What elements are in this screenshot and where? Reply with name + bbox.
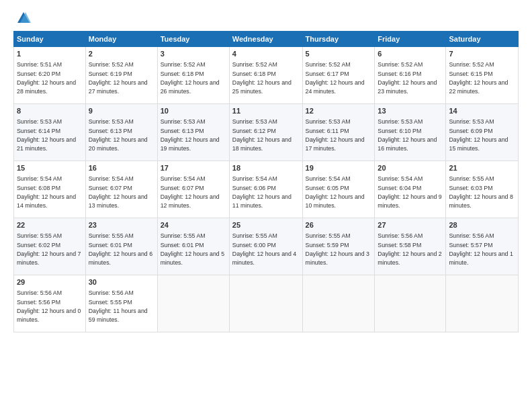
week-row-3: 15Sunrise: 5:54 AMSunset: 6:08 PMDayligh… bbox=[14, 161, 519, 218]
calendar-cell: 20Sunrise: 5:54 AMSunset: 6:04 PMDayligh… bbox=[375, 161, 446, 218]
day-number: 22 bbox=[17, 220, 83, 230]
calendar-cell: 12Sunrise: 5:53 AMSunset: 6:11 PMDayligh… bbox=[302, 104, 375, 161]
cell-info: Sunrise: 5:56 AMSunset: 5:55 PMDaylight:… bbox=[89, 289, 148, 323]
calendar-table: SundayMondayTuesdayWednesdayThursdayFrid… bbox=[13, 31, 519, 332]
calendar-cell: 7Sunrise: 5:52 AMSunset: 6:15 PMDaylight… bbox=[446, 47, 519, 104]
cell-info: Sunrise: 5:56 AMSunset: 5:57 PMDaylight:… bbox=[449, 232, 513, 266]
cell-info: Sunrise: 5:54 AMSunset: 6:07 PMDaylight:… bbox=[161, 175, 220, 209]
cell-info: Sunrise: 5:53 AMSunset: 6:13 PMDaylight:… bbox=[89, 118, 148, 152]
cell-info: Sunrise: 5:52 AMSunset: 6:18 PMDaylight:… bbox=[161, 61, 220, 95]
day-number: 2 bbox=[89, 49, 154, 59]
calendar-cell: 29Sunrise: 5:56 AMSunset: 5:56 PMDayligh… bbox=[14, 275, 86, 332]
cell-info: Sunrise: 5:56 AMSunset: 5:56 PMDaylight:… bbox=[17, 289, 81, 323]
day-number: 1 bbox=[17, 49, 83, 59]
calendar-cell: 9Sunrise: 5:53 AMSunset: 6:13 PMDaylight… bbox=[85, 104, 157, 161]
day-number: 5 bbox=[306, 49, 372, 59]
calendar-cell: 23Sunrise: 5:55 AMSunset: 6:01 PMDayligh… bbox=[85, 218, 157, 275]
calendar-cell bbox=[446, 275, 519, 332]
week-row-4: 22Sunrise: 5:55 AMSunset: 6:02 PMDayligh… bbox=[14, 218, 519, 275]
day-number: 9 bbox=[89, 106, 154, 116]
day-number: 24 bbox=[161, 220, 226, 230]
calendar-cell: 14Sunrise: 5:53 AMSunset: 6:09 PMDayligh… bbox=[446, 104, 519, 161]
day-number: 18 bbox=[232, 163, 300, 173]
logo-icon bbox=[16, 11, 31, 26]
week-row-2: 8Sunrise: 5:53 AMSunset: 6:14 PMDaylight… bbox=[14, 104, 519, 161]
day-number: 26 bbox=[306, 220, 372, 230]
day-number: 14 bbox=[449, 106, 515, 116]
cell-info: Sunrise: 5:52 AMSunset: 6:17 PMDaylight:… bbox=[306, 61, 365, 95]
logo bbox=[13, 11, 31, 26]
calendar-cell: 2Sunrise: 5:52 AMSunset: 6:19 PMDaylight… bbox=[85, 47, 157, 104]
cell-info: Sunrise: 5:55 AMSunset: 6:02 PMDaylight:… bbox=[17, 232, 81, 266]
calendar-cell: 5Sunrise: 5:52 AMSunset: 6:17 PMDaylight… bbox=[302, 47, 375, 104]
cell-info: Sunrise: 5:55 AMSunset: 6:03 PMDaylight:… bbox=[449, 175, 513, 209]
calendar-cell: 21Sunrise: 5:55 AMSunset: 6:03 PMDayligh… bbox=[446, 161, 519, 218]
calendar-cell: 22Sunrise: 5:55 AMSunset: 6:02 PMDayligh… bbox=[14, 218, 86, 275]
day-number: 21 bbox=[449, 163, 515, 173]
day-number: 23 bbox=[89, 220, 154, 230]
calendar-cell: 27Sunrise: 5:56 AMSunset: 5:58 PMDayligh… bbox=[375, 218, 446, 275]
weekday-header-saturday: Saturday bbox=[446, 32, 519, 47]
header bbox=[13, 11, 519, 26]
week-row-5: 29Sunrise: 5:56 AMSunset: 5:56 PMDayligh… bbox=[14, 275, 519, 332]
calendar-cell: 8Sunrise: 5:53 AMSunset: 6:14 PMDaylight… bbox=[14, 104, 86, 161]
day-number: 11 bbox=[232, 106, 300, 116]
cell-info: Sunrise: 5:52 AMSunset: 6:19 PMDaylight:… bbox=[89, 61, 148, 95]
calendar-cell: 25Sunrise: 5:55 AMSunset: 6:00 PMDayligh… bbox=[229, 218, 302, 275]
cell-info: Sunrise: 5:55 AMSunset: 6:01 PMDaylight:… bbox=[89, 232, 152, 266]
cell-info: Sunrise: 5:54 AMSunset: 6:06 PMDaylight:… bbox=[232, 175, 292, 209]
calendar-cell: 4Sunrise: 5:52 AMSunset: 6:18 PMDaylight… bbox=[229, 47, 302, 104]
cell-info: Sunrise: 5:55 AMSunset: 6:00 PMDaylight:… bbox=[232, 232, 296, 266]
calendar-cell: 18Sunrise: 5:54 AMSunset: 6:06 PMDayligh… bbox=[229, 161, 302, 218]
calendar-cell: 17Sunrise: 5:54 AMSunset: 6:07 PMDayligh… bbox=[157, 161, 229, 218]
cell-info: Sunrise: 5:52 AMSunset: 6:18 PMDaylight:… bbox=[232, 61, 292, 95]
weekday-header-friday: Friday bbox=[375, 32, 446, 47]
calendar-cell bbox=[157, 275, 229, 332]
weekday-header-thursday: Thursday bbox=[302, 32, 375, 47]
week-row-1: 1Sunrise: 5:51 AMSunset: 6:20 PMDaylight… bbox=[14, 47, 519, 104]
day-number: 25 bbox=[232, 220, 300, 230]
calendar-cell: 15Sunrise: 5:54 AMSunset: 6:08 PMDayligh… bbox=[14, 161, 86, 218]
cell-info: Sunrise: 5:53 AMSunset: 6:10 PMDaylight:… bbox=[378, 118, 437, 152]
day-number: 8 bbox=[17, 106, 83, 116]
cell-info: Sunrise: 5:53 AMSunset: 6:11 PMDaylight:… bbox=[306, 118, 365, 152]
cell-info: Sunrise: 5:55 AMSunset: 6:01 PMDaylight:… bbox=[161, 232, 224, 266]
calendar-cell: 16Sunrise: 5:54 AMSunset: 6:07 PMDayligh… bbox=[85, 161, 157, 218]
calendar-cell: 26Sunrise: 5:55 AMSunset: 5:59 PMDayligh… bbox=[302, 218, 375, 275]
day-number: 6 bbox=[378, 49, 443, 59]
weekday-header-sunday: Sunday bbox=[14, 32, 86, 47]
calendar-cell: 13Sunrise: 5:53 AMSunset: 6:10 PMDayligh… bbox=[375, 104, 446, 161]
weekday-header-row: SundayMondayTuesdayWednesdayThursdayFrid… bbox=[14, 32, 519, 47]
cell-info: Sunrise: 5:56 AMSunset: 5:58 PMDaylight:… bbox=[378, 232, 441, 266]
cell-info: Sunrise: 5:53 AMSunset: 6:14 PMDaylight:… bbox=[17, 118, 76, 152]
day-number: 30 bbox=[89, 277, 154, 287]
day-number: 10 bbox=[161, 106, 226, 116]
day-number: 29 bbox=[17, 277, 83, 287]
calendar-cell: 6Sunrise: 5:52 AMSunset: 6:16 PMDaylight… bbox=[375, 47, 446, 104]
weekday-header-wednesday: Wednesday bbox=[229, 32, 302, 47]
cell-info: Sunrise: 5:54 AMSunset: 6:04 PMDaylight:… bbox=[378, 175, 441, 209]
weekday-header-tuesday: Tuesday bbox=[157, 32, 229, 47]
cell-info: Sunrise: 5:54 AMSunset: 6:07 PMDaylight:… bbox=[89, 175, 148, 209]
day-number: 20 bbox=[378, 163, 443, 173]
cell-info: Sunrise: 5:53 AMSunset: 6:13 PMDaylight:… bbox=[161, 118, 220, 152]
calendar-cell: 19Sunrise: 5:54 AMSunset: 6:05 PMDayligh… bbox=[302, 161, 375, 218]
cell-info: Sunrise: 5:51 AMSunset: 6:20 PMDaylight:… bbox=[17, 61, 76, 95]
calendar-cell bbox=[302, 275, 375, 332]
calendar-page: SundayMondayTuesdayWednesdayThursdayFrid… bbox=[0, 0, 532, 411]
day-number: 3 bbox=[161, 49, 226, 59]
calendar-cell bbox=[229, 275, 302, 332]
day-number: 12 bbox=[306, 106, 372, 116]
calendar-cell: 1Sunrise: 5:51 AMSunset: 6:20 PMDaylight… bbox=[14, 47, 86, 104]
day-number: 16 bbox=[89, 163, 154, 173]
cell-info: Sunrise: 5:54 AMSunset: 6:05 PMDaylight:… bbox=[306, 175, 365, 209]
calendar-cell: 10Sunrise: 5:53 AMSunset: 6:13 PMDayligh… bbox=[157, 104, 229, 161]
cell-info: Sunrise: 5:52 AMSunset: 6:16 PMDaylight:… bbox=[378, 61, 437, 95]
calendar-cell: 30Sunrise: 5:56 AMSunset: 5:55 PMDayligh… bbox=[85, 275, 157, 332]
calendar-cell: 24Sunrise: 5:55 AMSunset: 6:01 PMDayligh… bbox=[157, 218, 229, 275]
calendar-cell: 11Sunrise: 5:53 AMSunset: 6:12 PMDayligh… bbox=[229, 104, 302, 161]
day-number: 15 bbox=[17, 163, 83, 173]
calendar-cell: 28Sunrise: 5:56 AMSunset: 5:57 PMDayligh… bbox=[446, 218, 519, 275]
cell-info: Sunrise: 5:54 AMSunset: 6:08 PMDaylight:… bbox=[17, 175, 76, 209]
day-number: 19 bbox=[306, 163, 372, 173]
